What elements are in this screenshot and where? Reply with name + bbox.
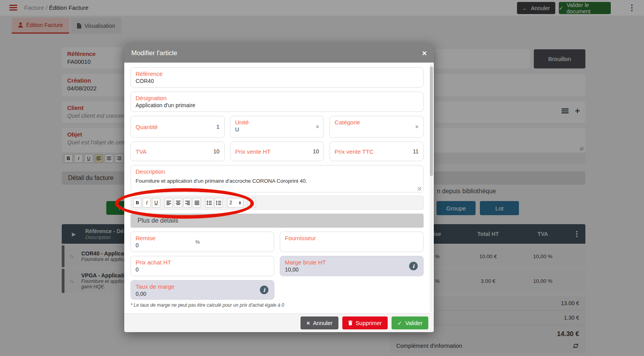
marge-brute-ht-field: Marge brute HT 10,00 i bbox=[280, 256, 424, 276]
bullet-list-icon bbox=[207, 201, 212, 205]
font-size-stepper[interactable]: 2 bbox=[227, 198, 243, 208]
justify-button[interactable] bbox=[193, 198, 201, 208]
remise-label: Remise bbox=[136, 235, 269, 241]
unite-label: Unité bbox=[235, 119, 319, 126]
info-icon[interactable]: i bbox=[409, 262, 418, 270]
description-richtext-toolbar: B I U 2 A bbox=[131, 196, 424, 210]
align-center-button[interactable] bbox=[174, 198, 182, 208]
align-right-icon bbox=[185, 201, 190, 205]
scrollbar-thumb[interactable] bbox=[430, 67, 433, 176]
categorie-clear-icon[interactable]: × bbox=[415, 124, 419, 130]
modal-cancel-label: Annuler bbox=[313, 320, 333, 326]
justify-icon bbox=[195, 201, 199, 205]
taux-de-marge-field: Taux de marge 0,00 i bbox=[131, 280, 274, 300]
prix-achat-ht-field[interactable]: Prix achat HT 0 bbox=[131, 256, 274, 276]
article-reference-value: COR40 bbox=[136, 78, 419, 84]
tva-label: TVA bbox=[136, 148, 147, 155]
align-left-button[interactable] bbox=[165, 198, 173, 208]
unite-value: U bbox=[235, 126, 319, 133]
taux-de-marge-value: 0,00 bbox=[136, 291, 269, 297]
description-field[interactable]: Description Fourniture et application d'… bbox=[131, 165, 424, 192]
categorie-field[interactable]: Catégorie × bbox=[329, 116, 424, 138]
prix-vente-ht-label: Prix vente HT bbox=[235, 148, 271, 155]
tva-value: 10 bbox=[213, 148, 220, 155]
underline-button[interactable]: U bbox=[152, 198, 160, 208]
modal-validate-button[interactable]: ✓ Valider bbox=[392, 316, 428, 329]
prix-achat-ht-label: Prix achat HT bbox=[136, 259, 269, 266]
font-color-button[interactable]: A bbox=[248, 198, 256, 208]
designation-value: Application d'un primaire bbox=[136, 102, 419, 108]
font-size-value: 2 bbox=[229, 200, 232, 205]
taux-de-marge-label: Taux de marge bbox=[136, 283, 269, 290]
trash-icon bbox=[348, 320, 352, 325]
remise-field[interactable]: Remise 0 % bbox=[131, 232, 274, 252]
align-center-icon bbox=[176, 201, 181, 205]
modal-title: Modifier l'article bbox=[131, 49, 177, 57]
quantite-field[interactable]: Quantité 1 bbox=[131, 116, 225, 138]
marge-brute-ht-label: Marge brute HT bbox=[285, 259, 419, 266]
close-icon: × bbox=[306, 320, 309, 326]
info-icon[interactable]: i bbox=[260, 286, 268, 294]
modal-body: Référence COR40 Désignation Application … bbox=[124, 63, 434, 313]
prix-vente-ht-field[interactable]: Prix vente HT 10 bbox=[230, 142, 324, 161]
taux-marge-footnote: * Le taux de marge ne peut pas être calc… bbox=[131, 302, 424, 308]
check-icon: ✓ bbox=[397, 320, 402, 326]
fournisseur-label: Fournisseur bbox=[285, 235, 419, 241]
designation-label: Désignation bbox=[136, 95, 419, 101]
page: Facture / Édition Facture ← Annuler ✓ Va… bbox=[0, 0, 644, 356]
quantite-label: Quantité bbox=[136, 124, 158, 130]
modal-scrollbar[interactable] bbox=[430, 63, 433, 312]
modal-validate-label: Valider bbox=[405, 320, 422, 326]
prix-vente-ttc-field[interactable]: Prix vente TTC 11 bbox=[329, 142, 424, 161]
unite-clear-icon[interactable]: × bbox=[316, 124, 319, 130]
bold-button[interactable]: B bbox=[133, 198, 141, 208]
prix-vente-ht-value: 10 bbox=[313, 148, 319, 155]
description-resize-handle[interactable] bbox=[418, 187, 421, 191]
tva-field[interactable]: TVA 10 bbox=[131, 142, 225, 161]
edit-article-modal: Modifier l'article × Référence COR40 Dés… bbox=[124, 44, 434, 332]
marge-brute-ht-value: 10,00 bbox=[285, 266, 419, 273]
prix-vente-ttc-value: 11 bbox=[413, 148, 419, 155]
modal-footer: × Annuler Supprimer ✓ Valider bbox=[124, 313, 434, 332]
modal-delete-label: Supprimer bbox=[356, 320, 382, 326]
article-reference-field[interactable]: Référence COR40 bbox=[131, 67, 424, 88]
description-value: Fourniture et application d'un primaire … bbox=[136, 178, 419, 184]
quantite-value: 1 bbox=[216, 124, 220, 130]
plus-de-details-label: Plus de détails bbox=[138, 217, 178, 224]
prix-achat-ht-value: 0 bbox=[136, 266, 269, 273]
article-reference-label: Référence bbox=[136, 70, 419, 77]
prix-vente-ttc-label: Prix vente TTC bbox=[335, 148, 374, 155]
numbered-list-icon bbox=[216, 201, 221, 205]
align-right-button[interactable] bbox=[183, 198, 191, 208]
plus-de-details-header[interactable]: Plus de détails bbox=[131, 214, 424, 228]
designation-field[interactable]: Désignation Application d'un primaire bbox=[131, 92, 424, 112]
modal-cancel-button[interactable]: × Annuler bbox=[301, 316, 338, 329]
stepper-arrows-icon[interactable] bbox=[239, 201, 241, 205]
numbered-list-button[interactable] bbox=[215, 198, 223, 208]
modal-close-icon[interactable]: × bbox=[422, 49, 427, 57]
fournisseur-field[interactable]: Fournisseur bbox=[280, 232, 424, 252]
remise-value: 0 bbox=[136, 242, 269, 248]
modal-header: Modifier l'article × bbox=[124, 44, 434, 63]
categorie-label: Catégorie bbox=[335, 119, 419, 126]
modal-delete-button[interactable]: Supprimer bbox=[342, 316, 388, 329]
percent-unit: % bbox=[195, 239, 200, 245]
align-left-icon bbox=[166, 201, 171, 205]
unite-field[interactable]: Unité U × bbox=[230, 116, 324, 138]
italic-button[interactable]: I bbox=[143, 198, 151, 208]
description-label: Description bbox=[136, 168, 419, 175]
bullet-list-button[interactable] bbox=[205, 198, 213, 208]
